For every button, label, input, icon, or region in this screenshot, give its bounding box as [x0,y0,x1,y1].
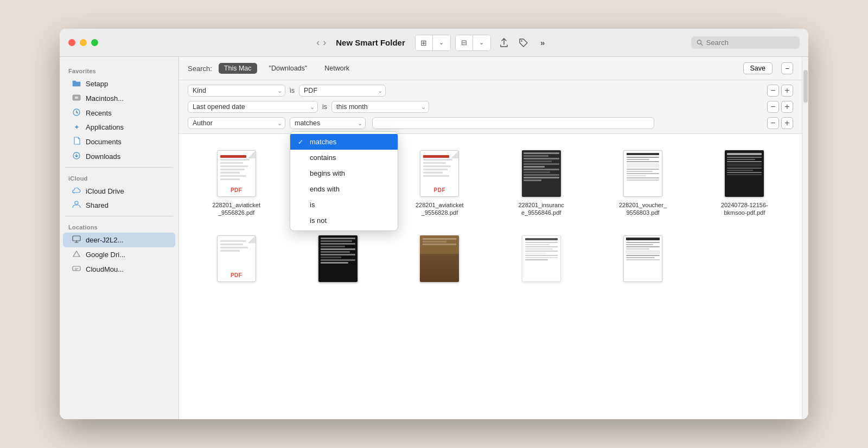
icloud-icon [72,187,81,195]
nav-arrows: ‹ › [316,37,326,48]
author-field-select[interactable]: Author [188,117,285,129]
sidebar-item-label: Recents [86,109,112,117]
sidebar-item-downloads[interactable]: Downloads [63,149,175,164]
date-value-select[interactable]: this month [331,101,429,113]
file-thumbnail: PDF [418,149,461,198]
criteria-field-select-2[interactable]: Last opened date [188,101,318,113]
forward-arrow[interactable]: › [323,37,326,48]
file-item[interactable]: PDF 228201_aviaticket_9556828.pdf [393,145,486,221]
file-item[interactable]: 228201_insurance_9556846.pdf [495,145,588,221]
dropdown-item-is-not[interactable]: is not [290,213,398,228]
file-item[interactable]: 228201_voucher_9556803.pdf [596,145,689,221]
remove-criteria-2-button[interactable]: − [767,101,779,113]
author-value-input[interactable] [372,117,654,129]
icloud-label: iCloud [60,171,178,184]
criteria-value-select-1[interactable]: PDF [299,85,386,97]
dropdown-item-ends-with[interactable]: ends with [290,181,398,197]
file-item[interactable]: 20240728-12156-bkmsoo-pdf.pdf [698,145,791,221]
list-view-toggle: ⊟ ⌄ [455,35,491,51]
sidebar-item-label: Macintosh... [86,94,124,103]
dropdown-item-label: begins with [310,169,345,177]
sidebar-item-setapp[interactable]: Setapp [63,76,175,91]
sidebar-item-label: Shared [86,201,108,209]
svg-point-7 [75,201,78,204]
file-thumbnail [621,149,665,198]
sidebar-item-recents[interactable]: Recents [63,106,175,120]
remove-criteria-3-button[interactable]: − [767,117,779,129]
svg-point-0 [521,40,522,41]
applications-icon: ✦ [72,123,81,131]
more-button[interactable]: » [534,35,552,50]
criteria-operator-1: is [290,87,295,94]
file-name: 20240728-12156-bkmsoo-pdf.pdf [720,201,769,217]
favorites-label: Favorites [60,63,178,76]
check-icon: ✓ [298,138,305,146]
grid-view-button[interactable]: ⊞ [416,35,433,50]
grid-view-dropdown-button[interactable]: ⌄ [433,35,450,50]
sidebar-item-applications[interactable]: ✦ Applications [63,120,175,134]
share-button[interactable] [495,35,513,50]
criteria-row-1: Kind is PDF − + [188,85,793,97]
sidebar-item-cloudmou[interactable]: CloudMou... [63,262,175,277]
pdf-badge: PDF [434,187,446,193]
dropdown-item-is[interactable]: is [290,197,398,213]
file-page: PDF [217,150,256,197]
search-input[interactable] [706,39,794,47]
back-arrow[interactable]: ‹ [316,37,320,48]
list-view-dropdown-button[interactable]: ⌄ [473,35,490,50]
window-title: New Smart Folder [336,38,405,47]
scope-downloads-button[interactable]: "Downloads" [264,63,313,74]
date-field-select[interactable]: Last opened date [188,101,318,113]
file-item[interactable]: PDF [190,230,283,291]
titlebar: ‹ › New Smart Folder ⊞ ⌄ ⊟ ⌄ [60,29,808,57]
file-item[interactable]: PDF 228201_aviaticket_9556826.pdf [190,145,283,221]
dropdown-item-matches[interactable]: ✓ matches [290,134,398,150]
minimize-button[interactable] [80,39,87,46]
author-operator-select[interactable]: matches [290,117,366,129]
sidebar-item-shared[interactable]: Shared [63,198,175,213]
add-criteria-3-button[interactable]: + [781,117,793,129]
remove-criteria-1-button[interactable]: − [767,85,779,97]
scope-this-mac-button[interactable]: This Mac [219,63,257,74]
svg-rect-8 [73,236,80,241]
files-grid: PDF 228201_aviaticket_9556826.pdf [179,134,802,419]
sidebar: Favorites Setapp Macintosh... Recents [60,57,179,419]
list-view-button[interactable]: ⊟ [456,35,473,50]
close-button[interactable] [68,39,75,46]
criteria-row-2: Last opened date is this month − + [188,101,793,113]
criteria-buttons-2: − + [767,101,793,113]
add-criteria-1-button[interactable]: + [781,85,793,97]
sidebar-item-icloud-drive[interactable]: iCloud Drive [63,184,175,198]
tag-button[interactable] [515,35,532,50]
maximize-button[interactable] [91,39,98,46]
sidebar-divider-2 [65,216,173,216]
sidebar-item-macintosh[interactable]: Macintosh... [63,91,175,106]
sidebar-item-documents[interactable]: Documents [63,134,175,149]
kind-field-select[interactable]: Kind [188,85,285,97]
scrollbar[interactable] [802,57,808,419]
add-criteria-2-button[interactable]: + [781,101,793,113]
kind-value-select[interactable]: PDF [299,85,386,97]
dropdown-item-begins-with[interactable]: begins with [290,165,398,181]
dropdown-item-contains[interactable]: contains [290,150,398,165]
file-item[interactable] [495,230,588,291]
author-operator-container: matches ✓ matches contains [290,117,366,129]
sidebar-item-google-drive[interactable]: Google Dri... [63,247,175,262]
sidebar-item-deer[interactable]: deer-J2L2... [63,233,175,247]
author-operator[interactable]: matches [290,117,366,129]
remove-search-button[interactable]: − [781,62,793,74]
criteria-field-select-3[interactable]: Author [188,117,285,129]
search-scope-bar: Search: This Mac "Downloads" Network Sav… [179,57,802,80]
clock-icon [72,108,81,118]
save-button[interactable]: Save [743,62,773,74]
file-item[interactable] [291,230,384,291]
sidebar-item-label: Setapp [86,80,108,88]
file-item[interactable] [596,230,689,291]
criteria-value-select-2[interactable]: this month [331,101,429,113]
file-thumbnail: PDF [215,149,258,198]
criteria-field-select-1[interactable]: Kind [188,85,285,97]
file-thumbnail [520,149,563,198]
scope-network-button[interactable]: Network [319,63,355,74]
file-item[interactable] [393,230,486,291]
file-thumbnail [621,234,665,283]
